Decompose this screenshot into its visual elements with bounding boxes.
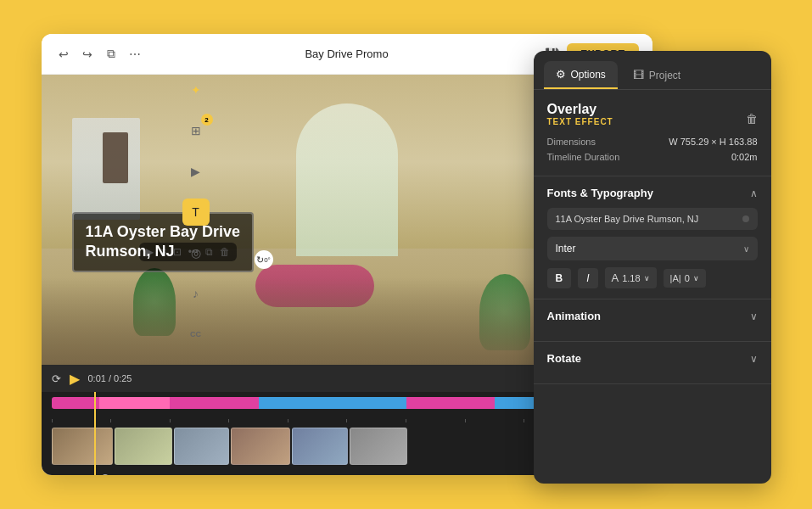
- zoom-in-button[interactable]: +: [147, 472, 154, 475]
- ruler-mark: [52, 419, 111, 422]
- sidebar-media-button[interactable]: ▶: [182, 158, 210, 185]
- bold-button[interactable]: B: [547, 268, 572, 288]
- clip-5[interactable]: [292, 428, 348, 465]
- rotate-angle: 0°: [264, 256, 271, 264]
- tab-project[interactable]: 🎞 Project: [621, 61, 692, 89]
- font-text-value: 11A Oyster Bay Drive Rumson, NJ: [556, 214, 699, 224]
- italic-button[interactable]: I: [578, 268, 597, 288]
- overlay-section: Overlay TEXT EFFECT 🗑 Dimensions W 755.2…: [534, 90, 771, 176]
- undo-button[interactable]: ↩: [55, 46, 72, 63]
- overlay-title: Overlay: [547, 102, 613, 117]
- ruler-mark: [228, 419, 288, 422]
- more-button[interactable]: ⋯: [126, 46, 143, 63]
- rotate-title-row: Rotate ∨: [547, 352, 758, 365]
- font-text-indicator: [742, 215, 749, 222]
- right-panel: ⚙ Options 🎞 Project Overlay TEXT EFFECT: [534, 51, 771, 484]
- font-spacing-control[interactable]: |A| 0 ∨: [664, 269, 706, 288]
- animation-section: Animation ∨: [534, 299, 771, 342]
- ruler-mark: [170, 419, 229, 422]
- font-size-value: 1.18: [622, 273, 640, 283]
- fonts-title-row: Fonts & Typography ∧: [547, 187, 758, 199]
- playhead[interactable]: 0:01: [94, 392, 96, 475]
- toolbar-left: ↩ ↪ ⧉ ⋯: [55, 46, 143, 63]
- ruler-mark: [288, 419, 347, 422]
- options-tab-label: Options: [571, 69, 606, 81]
- sidebar-music-button[interactable]: ♪: [182, 280, 210, 307]
- duration-value: 0:02m: [731, 152, 758, 162]
- dimensions-value: W 755.29 × H 163.88: [669, 137, 757, 147]
- left-sidebar: ✦ ⊞ 2 ▶ T ◎ ♪ CC: [179, 68, 213, 356]
- sidebar-captions-wrapper: CC: [182, 321, 210, 348]
- ruler-mark: [465, 419, 524, 422]
- sidebar-media-wrapper: ▶: [182, 158, 210, 185]
- animation-title-row: Animation ∨: [547, 310, 758, 322]
- project-tab-label: Project: [649, 70, 680, 81]
- zoom-thumb[interactable]: [101, 474, 109, 476]
- text-overlay[interactable]: 11A Oyster Bay Drive Rumson, NJ: [72, 212, 254, 272]
- mirror-frame: [103, 132, 128, 183]
- overlay-subtitle: TEXT EFFECT: [547, 117, 613, 126]
- font-size-icon: A: [612, 271, 619, 284]
- clip-3[interactable]: [174, 428, 229, 465]
- spacing-label: |A|: [670, 273, 681, 283]
- video-title: Bay Drive Promo: [305, 48, 388, 60]
- sidebar-text-button[interactable]: T: [182, 199, 210, 226]
- options-tab-icon: ⚙: [556, 68, 566, 81]
- ruler-mark: [110, 419, 170, 422]
- sidebar-captions-button[interactable]: CC: [182, 321, 210, 348]
- overlay-line1: 11A Oyster Bay Drive: [86, 222, 240, 242]
- duration-row: Timeline Duration 0:02m: [547, 152, 758, 162]
- font-text-field[interactable]: 11A Oyster Bay Drive Rumson, NJ: [547, 208, 758, 230]
- copy-button[interactable]: ⧉: [103, 46, 120, 63]
- font-family-value: Inter: [556, 243, 576, 255]
- layers-badge: 2: [201, 114, 213, 126]
- rotate-chevron[interactable]: ∨: [750, 353, 758, 365]
- tab-options[interactable]: ⚙ Options: [544, 61, 618, 89]
- overlay-info: Overlay TEXT EFFECT 🗑 Dimensions W 755.2…: [534, 90, 771, 176]
- ruler-mark: [406, 419, 465, 422]
- sidebar-wand-button[interactable]: ✦: [182, 76, 210, 103]
- spacing-chevron: ∨: [693, 274, 699, 282]
- font-size-control[interactable]: A 1.18 ∨: [605, 267, 657, 288]
- sidebar-music-wrapper: ♪: [182, 280, 210, 307]
- font-size-chevron: ∨: [644, 274, 650, 282]
- animation-chevron[interactable]: ∨: [750, 310, 758, 322]
- animation-section-title: Animation: [547, 310, 602, 322]
- fonts-chevron[interactable]: ∧: [750, 187, 758, 199]
- zoom-out-button[interactable]: −: [62, 472, 69, 475]
- project-tab-icon: 🎞: [633, 69, 644, 81]
- redo-button[interactable]: ↪: [79, 46, 96, 63]
- sidebar-text-wrapper: T: [182, 199, 210, 226]
- overlay-header: Overlay TEXT EFFECT 🗑: [547, 102, 758, 135]
- loop-icon[interactable]: ⟳: [52, 372, 61, 385]
- sidebar-effects-wrapper: ◎: [182, 239, 210, 266]
- play-button[interactable]: ▶: [70, 371, 80, 387]
- spacing-value: 0: [685, 273, 690, 283]
- sidebar-layers-wrapper: ⊞ 2: [182, 117, 210, 144]
- fonts-section: Fonts & Typography ∧ 11A Oyster Bay Driv…: [534, 176, 771, 299]
- sidebar-effects-button[interactable]: ◎: [182, 239, 210, 266]
- ruler-mark: [346, 419, 406, 422]
- clip-2[interactable]: [115, 428, 172, 465]
- fonts-section-title: Fonts & Typography: [547, 187, 653, 199]
- sidebar-wand-wrapper: ✦: [182, 76, 210, 103]
- dimensions-label: Dimensions: [547, 137, 596, 147]
- font-family-chevron: ∨: [743, 244, 749, 254]
- duration-label: Timeline Duration: [547, 152, 620, 162]
- dimensions-row: Dimensions W 755.29 × H 163.88: [547, 137, 758, 147]
- font-controls-row: B I A 1.18 ∨ |A| 0 ∨: [547, 267, 758, 288]
- clip-4[interactable]: [231, 428, 290, 465]
- font-family-select[interactable]: Inter ∨: [547, 237, 758, 260]
- rotate-section-title: Rotate: [547, 352, 581, 365]
- rotate-section: Rotate ∨: [534, 342, 771, 384]
- delete-overlay-button[interactable]: 🗑: [746, 112, 758, 126]
- arch-window: [296, 103, 398, 256]
- clip-1[interactable]: [52, 428, 113, 465]
- rotate-icon: ↻: [256, 255, 264, 266]
- rotate-handle[interactable]: ↻ 0°: [255, 250, 273, 269]
- clip-6[interactable]: [350, 428, 407, 465]
- timecode-display: 0:01 / 0:25: [88, 373, 132, 383]
- panel-content: Overlay TEXT EFFECT 🗑 Dimensions W 755.2…: [534, 90, 771, 484]
- panel-tabs: ⚙ Options 🎞 Project: [534, 51, 771, 90]
- overlay-line2: Rumson, NJ: [86, 242, 240, 261]
